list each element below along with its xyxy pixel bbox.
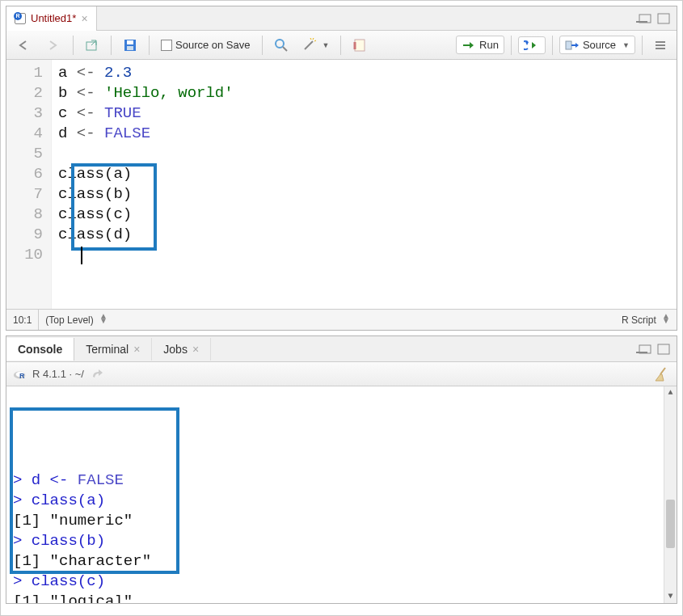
sort-arrows-icon: ▲▼: [99, 314, 108, 323]
svg-rect-23: [658, 344, 669, 354]
wand-icon: [301, 38, 319, 53]
svg-point-7: [276, 40, 284, 48]
maximize-icon[interactable]: [657, 13, 670, 24]
source-on-save-toggle[interactable]: Source on Save: [156, 36, 255, 53]
close-icon[interactable]: ×: [133, 343, 140, 356]
separator: [38, 310, 39, 330]
tab-jobs[interactable]: Jobs ×: [152, 338, 211, 361]
close-icon[interactable]: ×: [81, 12, 87, 25]
editor-status-bar: 10:1 (Top Level) ▲▼ R Script ▲▼: [6, 309, 677, 330]
separator: [511, 36, 512, 55]
goto-wd-button[interactable]: [89, 367, 105, 382]
run-button[interactable]: Run: [456, 36, 504, 54]
run-label: Run: [479, 39, 499, 51]
line-number-gutter: 12345678910: [6, 60, 52, 309]
outline-button[interactable]: [649, 37, 672, 53]
svg-line-8: [283, 47, 287, 51]
svg-rect-16: [566, 41, 571, 49]
separator: [262, 36, 263, 55]
r-logo-icon: R: [13, 367, 27, 382]
separator: [149, 36, 150, 55]
svg-rect-13: [355, 40, 365, 51]
share-arrow-icon: [91, 369, 103, 380]
svg-rect-6: [127, 46, 133, 50]
broom-icon: [654, 366, 670, 382]
back-button[interactable]: [11, 36, 37, 54]
svg-rect-3: [86, 42, 96, 50]
console-toolbar: R R 4.1.1 · ~/: [6, 362, 677, 386]
editor-window-controls: [636, 13, 670, 24]
tab-terminal[interactable]: Terminal ×: [74, 338, 152, 361]
dropdown-caret-icon: ▼: [323, 41, 330, 49]
sort-arrows-icon: ▲▼: [662, 314, 670, 323]
scroll-thumb[interactable]: [666, 500, 675, 548]
minimize-icon[interactable]: [636, 13, 652, 24]
filetype-selector[interactable]: R Script ▲▼: [622, 314, 670, 326]
outline-icon: [654, 40, 667, 51]
svg-line-12: [310, 38, 311, 40]
magnifier-icon: [274, 38, 289, 53]
code-editor[interactable]: 12345678910 a <- 2.3b <- 'Hello, world'c…: [6, 60, 677, 309]
save-icon: [123, 38, 137, 53]
notebook-icon: [352, 38, 367, 53]
find-button[interactable]: [269, 36, 293, 55]
forward-button[interactable]: [40, 36, 66, 54]
separator: [552, 36, 553, 55]
back-arrow-icon: [16, 39, 32, 52]
console-tab-bar: Console Terminal × Jobs ×: [6, 336, 677, 362]
svg-line-9: [305, 41, 313, 49]
editor-tab-bar: Untitled1* ×: [6, 6, 677, 31]
save-button[interactable]: [118, 36, 142, 55]
console-output[interactable]: ▲ ▼ > d <- FALSE> class(a)[1] "numeric">…: [6, 386, 677, 603]
source-label: Source: [583, 39, 616, 51]
source-editor-pane: Untitled1* × Source on Sa: [6, 6, 677, 331]
scroll-down-icon[interactable]: ▼: [664, 590, 677, 603]
code-text-area[interactable]: a <- 2.3b <- 'Hello, world'c <- TRUEd <-…: [52, 60, 677, 309]
source-arrow-icon: [565, 40, 580, 51]
separator: [73, 36, 74, 55]
console-window-controls: [636, 344, 670, 355]
code-tools-button[interactable]: ▼: [297, 36, 335, 55]
text-caret: [81, 247, 82, 264]
svg-line-10: [313, 38, 314, 40]
scope-selector[interactable]: (Top Level) ▲▼: [45, 314, 108, 326]
forward-arrow-icon: [45, 39, 61, 52]
popup-icon: [85, 39, 99, 52]
editor-toolbar: Source on Save ▼ Run Source ▼: [6, 31, 677, 60]
separator: [642, 36, 643, 55]
dropdown-caret-icon: ▼: [622, 41, 630, 49]
svg-rect-2: [658, 14, 669, 23]
minimize-icon[interactable]: [636, 344, 652, 355]
show-in-new-window-button[interactable]: [80, 36, 104, 54]
scrollbar[interactable]: ▲ ▼: [664, 386, 677, 603]
separator: [340, 36, 341, 55]
r-version-label: R 4.1.1 · ~/: [32, 368, 84, 380]
cursor-position: 10:1: [13, 314, 32, 326]
editor-tab-title: Untitled1*: [31, 12, 76, 24]
run-arrow-icon: [462, 40, 476, 51]
editor-tab-untitled1[interactable]: Untitled1* ×: [6, 6, 97, 31]
source-button[interactable]: Source ▼: [559, 36, 635, 54]
rerun-button[interactable]: [518, 36, 546, 54]
compile-report-button[interactable]: [348, 36, 372, 55]
svg-text:R: R: [19, 371, 25, 379]
tab-console[interactable]: Console: [6, 338, 74, 361]
svg-rect-5: [127, 40, 133, 44]
separator: [111, 36, 112, 55]
console-pane: Console Terminal × Jobs × R R 4.1.1 · ~/: [6, 335, 677, 604]
close-icon[interactable]: ×: [192, 343, 199, 356]
checkbox-icon: [161, 40, 172, 51]
maximize-icon[interactable]: [657, 344, 670, 355]
clear-console-button[interactable]: [654, 366, 670, 382]
scroll-up-icon[interactable]: ▲: [664, 386, 677, 399]
source-on-save-label: Source on Save: [175, 39, 251, 51]
rerun-icon: [524, 40, 540, 51]
svg-line-27: [660, 368, 665, 374]
svg-line-11: [314, 40, 316, 41]
r-file-icon: [15, 13, 26, 24]
